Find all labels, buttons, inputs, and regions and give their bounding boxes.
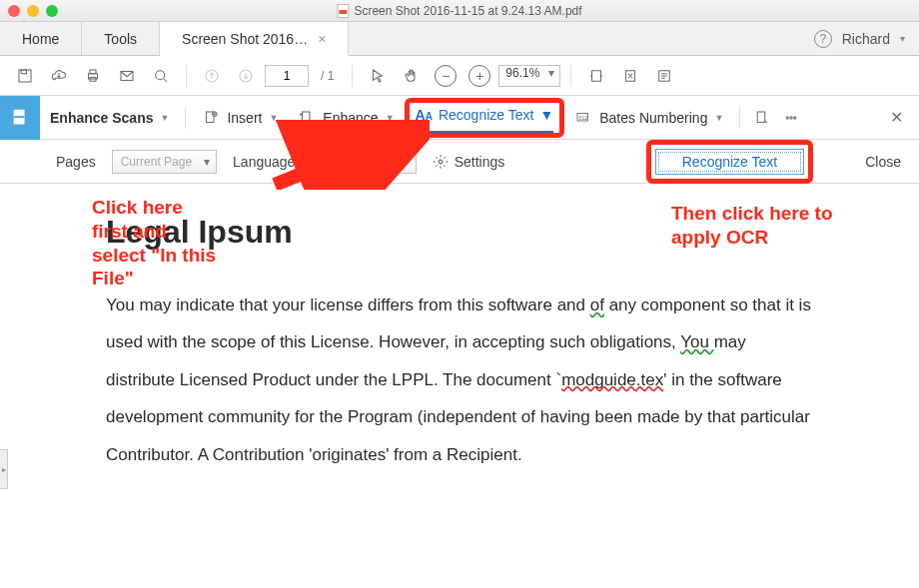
window-title: Screen Shot 2016-11-15 at 9.24.13 AM.pdf <box>337 4 581 18</box>
tab-bar: Home Tools Screen Shot 2016… × ? Richard… <box>0 22 919 56</box>
insert-label: Insert <box>227 110 262 126</box>
window-controls <box>8 5 58 17</box>
document-text-grammar: of <box>590 295 604 314</box>
zoom-value: 96.1% <box>505 66 539 80</box>
more-options-icon[interactable] <box>776 103 806 133</box>
user-menu[interactable]: ? Richard ▾ <box>800 22 919 55</box>
pages-value: Current Page <box>121 155 192 169</box>
tab-home-label: Home <box>22 31 59 47</box>
page-number-input[interactable] <box>265 65 309 87</box>
page-total-label: / 1 <box>313 69 342 83</box>
user-menu-caret-icon: ▾ <box>900 33 905 44</box>
zoom-select[interactable]: 96.1% <box>498 65 560 87</box>
enhance-scans-label: Enhance Scans <box>50 110 154 126</box>
fit-page-icon[interactable] <box>615 61 645 91</box>
insert-menu[interactable]: Insert▼ <box>192 103 288 133</box>
language-select[interactable]: English (US) <box>315 150 416 174</box>
annotation-text-2: Then click here to apply OCR <box>671 202 871 250</box>
window-titlebar: Screen Shot 2016-11-15 at 9.24.13 AM.pdf <box>0 0 919 22</box>
help-icon[interactable]: ? <box>814 30 832 48</box>
window-close-button[interactable] <box>8 5 20 17</box>
tab-tools[interactable]: Tools <box>82 22 160 55</box>
recognize-text-options-toolbar: Pages Current Page Language: English (US… <box>0 140 919 184</box>
page-up-icon[interactable] <box>197 61 227 91</box>
recognize-text-menu[interactable]: AA Recognize Text ▼ <box>416 103 554 133</box>
cloud-icon[interactable] <box>44 61 74 91</box>
main-toolbar: / 1 − + 96.1% <box>0 56 919 96</box>
enhance-label: Enhance <box>323 110 378 126</box>
language-value: English (US) <box>324 155 391 169</box>
enhance-scans-menu[interactable]: Enhance Scans▼ <box>40 103 179 133</box>
zoom-in-icon[interactable]: + <box>464 61 494 91</box>
window-title-text: Screen Shot 2016-11-15 at 9.24.13 AM.pdf <box>354 4 581 18</box>
print-icon[interactable] <box>78 61 108 91</box>
enhance-scans-icon <box>0 96 40 140</box>
pages-label: Pages <box>56 154 96 170</box>
user-name-label: Richard <box>842 31 890 47</box>
recognize-text-button[interactable]: Recognize Text <box>655 149 804 175</box>
svg-text:012: 012 <box>579 114 588 120</box>
svg-point-21 <box>794 116 796 118</box>
svg-rect-1 <box>21 70 26 74</box>
page-down-icon[interactable] <box>231 61 261 91</box>
svg-rect-9 <box>592 70 601 81</box>
bates-numbering-menu[interactable]: 012 Bates Numbering▼ <box>564 103 733 133</box>
svg-point-19 <box>786 116 788 118</box>
toolbar-close-button[interactable]: ✕ <box>874 108 919 127</box>
enhance-menu[interactable]: Enhance▼ <box>288 103 404 133</box>
recognize-text-button-highlighted: Recognize Text <box>646 140 813 184</box>
svg-rect-3 <box>90 70 96 74</box>
svg-point-6 <box>156 70 165 79</box>
gear-icon <box>433 154 449 170</box>
document-text: You may indicate that your license diffe… <box>106 295 590 314</box>
svg-point-22 <box>439 160 443 164</box>
window-maximize-button[interactable] <box>46 5 58 17</box>
pages-select[interactable]: Current Page <box>112 150 217 174</box>
annotation-text-1: Click here first and select "In this Fil… <box>92 196 222 291</box>
zoom-out-icon[interactable]: − <box>431 61 460 91</box>
close-button[interactable]: Close <box>865 154 901 170</box>
tab-home[interactable]: Home <box>0 22 82 55</box>
tab-tools-label: Tools <box>104 31 137 47</box>
enhance-scans-toolbar: Enhance Scans▼ Insert▼ Enhance▼ AA Recog… <box>0 96 919 140</box>
recognize-text-label: Recognize Text <box>439 107 533 123</box>
hand-pan-icon[interactable] <box>397 61 427 91</box>
svg-point-20 <box>790 116 792 118</box>
selection-arrow-icon[interactable] <box>363 61 393 91</box>
pdf-file-icon <box>337 4 349 18</box>
read-mode-icon[interactable] <box>649 61 679 91</box>
search-icon[interactable] <box>146 61 176 91</box>
svg-rect-18 <box>758 112 766 123</box>
fit-width-icon[interactable] <box>581 61 611 91</box>
save-icon[interactable] <box>10 61 40 91</box>
svg-rect-15 <box>303 112 311 123</box>
document-paragraph: You may indicate that your license diffe… <box>106 287 815 473</box>
document-settings-icon[interactable] <box>746 103 776 133</box>
recognize-text-aa-icon: AA <box>416 107 433 123</box>
settings-button[interactable]: Settings <box>433 154 505 170</box>
document-text-spelling: modguide.tex <box>561 370 663 389</box>
document-text-grammar: You <box>680 332 713 351</box>
tab-document-label: Screen Shot 2016… <box>182 31 308 47</box>
settings-label: Settings <box>455 154 505 170</box>
language-label: Language: <box>233 154 299 170</box>
window-minimize-button[interactable] <box>27 5 39 17</box>
tab-document[interactable]: Screen Shot 2016… × <box>160 22 349 56</box>
tab-close-icon[interactable]: × <box>318 31 326 47</box>
bates-label: Bates Numbering <box>599 110 707 126</box>
recognize-text-button-label: Recognize Text <box>682 154 777 170</box>
recognize-text-highlighted: AA Recognize Text ▼ <box>405 98 565 138</box>
mail-icon[interactable] <box>112 61 142 91</box>
side-panel-toggle[interactable]: ▸ <box>0 449 8 489</box>
